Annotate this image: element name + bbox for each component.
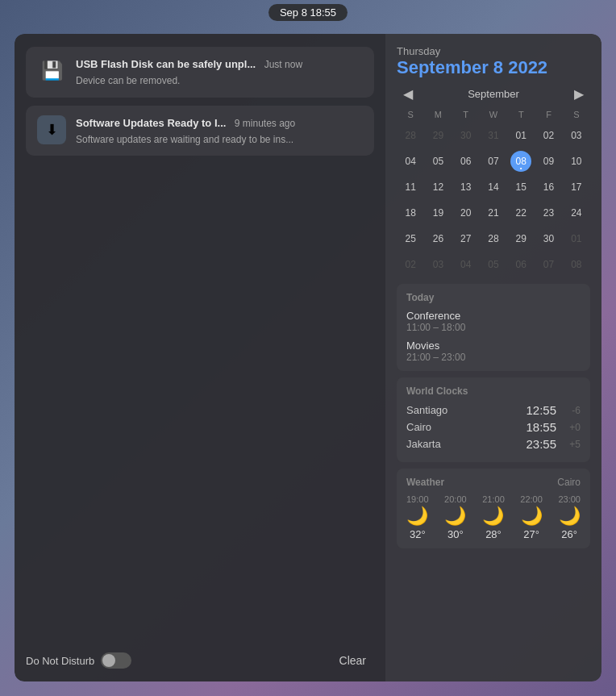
cal-day[interactable]: 14: [480, 174, 507, 200]
clear-button[interactable]: Clear: [331, 651, 374, 670]
cal-day[interactable]: 18: [397, 200, 424, 226]
cal-day[interactable]: 22: [507, 200, 535, 226]
weather-temp: 32°: [410, 528, 426, 540]
cal-prev-button[interactable]: ◀: [397, 85, 419, 103]
top-bar: Sep 8 18:55: [0, 0, 616, 24]
main-panel: 💾 USB Flash Disk can be safely unpl... J…: [15, 34, 601, 681]
weather-hour-2: 21:00 🌙 28°: [482, 494, 505, 540]
weather-icon: 🌙: [444, 506, 466, 527]
cal-day[interactable]: 05: [480, 252, 507, 277]
cal-month-label: September: [468, 88, 519, 100]
cal-day[interactable]: 06: [507, 252, 535, 277]
calendar-day-name: Thursday: [397, 45, 590, 57]
cal-day[interactable]: 30: [535, 226, 562, 252]
event-time: 21:00 – 23:00: [406, 352, 581, 363]
cal-day[interactable]: 24: [563, 200, 590, 226]
dnd-row: Do Not Disturb: [26, 652, 131, 669]
weather-header: Weather Cairo: [406, 477, 581, 488]
weather-hour-time: 20:00: [444, 494, 467, 504]
cal-day[interactable]: 07: [480, 148, 507, 174]
notif-updates-title-row: Software Updates Ready to I... 9 minutes…: [76, 115, 363, 131]
events-section: Today Conference11:00 – 18:00Movies21:00…: [397, 284, 590, 371]
cal-day[interactable]: 28: [480, 226, 507, 252]
event-name: Movies: [406, 340, 581, 352]
cal-day[interactable]: 05: [424, 148, 452, 174]
notif-usb-body: Device can be removed.: [76, 74, 363, 88]
clock-row-1: Cairo 18:55 +0: [406, 420, 581, 434]
usb-icon: 💾: [37, 56, 66, 85]
notif-usb-content: USB Flash Disk can be safely unpl... Jus…: [76, 56, 363, 88]
clock-city: Santiago: [406, 404, 447, 416]
clocks-title: World Clocks: [406, 386, 581, 397]
notif-updates-content: Software Updates Ready to I... 9 minutes…: [76, 115, 363, 147]
weekday-w: W: [480, 108, 507, 123]
cal-day[interactable]: 20: [452, 200, 480, 226]
cal-day[interactable]: 29: [424, 123, 452, 148]
calendar-week-3: 18192021222324: [397, 200, 590, 226]
cal-day[interactable]: 16: [535, 174, 562, 200]
cal-day[interactable]: 02: [397, 252, 424, 277]
weather-title: Weather: [406, 477, 444, 488]
weather-temp: 30°: [447, 528, 464, 540]
cal-day[interactable]: 15: [507, 174, 535, 200]
cal-day[interactable]: 23: [535, 200, 562, 226]
event-item-0: Conference11:00 – 18:00: [406, 310, 581, 333]
notif-usb-time: Just now: [264, 59, 302, 70]
cal-day[interactable]: 03: [424, 252, 452, 277]
cal-day[interactable]: 08: [563, 252, 590, 277]
cal-day[interactable]: 09: [535, 148, 562, 174]
cal-day[interactable]: 02: [535, 123, 562, 148]
cal-day[interactable]: 17: [563, 174, 590, 200]
weather-temp: 27°: [523, 528, 539, 540]
calendar-week-5: 02030405060708: [397, 252, 590, 277]
notif-updates-time: 9 minutes ago: [235, 118, 295, 129]
weekday-s2: S: [563, 108, 590, 123]
weather-hour-3: 22:00 🌙 27°: [520, 494, 543, 540]
clock-row-2: Jakarta 23:55 +5: [406, 437, 581, 451]
cal-day[interactable]: 07: [535, 252, 562, 277]
cal-day[interactable]: 19: [424, 200, 452, 226]
notifications-pane: 💾 USB Flash Disk can be safely unpl... J…: [15, 34, 385, 681]
cal-day[interactable]: 03: [563, 123, 590, 148]
clock-offset: -6: [561, 405, 581, 416]
cal-day[interactable]: 31: [480, 123, 507, 148]
cal-day[interactable]: 26: [424, 226, 452, 252]
cal-day[interactable]: 27: [452, 226, 480, 252]
top-bar-datetime: Sep 8 18:55: [268, 4, 348, 21]
calendar-week-1: 04050607080910: [397, 148, 590, 174]
event-name: Conference: [406, 310, 581, 322]
cal-day[interactable]: 29: [507, 226, 535, 252]
weather-icon: 🌙: [521, 506, 543, 527]
weekday-t2: T: [507, 108, 535, 123]
cal-next-button[interactable]: ▶: [568, 85, 590, 103]
clock-offset: +0: [561, 422, 581, 433]
world-clocks-section: World Clocks Santiago 12:55 -6 Cairo 18:…: [397, 377, 590, 462]
cal-day[interactable]: 04: [452, 252, 480, 277]
weather-section: Weather Cairo 19:00 🌙 32° 20:00 🌙 30° 21…: [397, 469, 590, 548]
clock-time: 23:55: [526, 437, 556, 451]
cal-day[interactable]: 10: [563, 148, 590, 174]
calendar-full-date: September 8 2022: [397, 57, 590, 78]
cal-day[interactable]: 11: [397, 174, 424, 200]
bottom-bar: Do Not Disturb Clear: [26, 643, 374, 670]
cal-day[interactable]: 12: [424, 174, 452, 200]
dnd-toggle[interactable]: [101, 652, 131, 669]
weekday-s1: S: [397, 108, 424, 123]
weather-hour-time: 22:00: [520, 494, 543, 504]
cal-day[interactable]: 01: [563, 226, 590, 252]
cal-day[interactable]: 30: [452, 123, 480, 148]
cal-day[interactable]: 06: [452, 148, 480, 174]
cal-day[interactable]: 13: [452, 174, 480, 200]
cal-day[interactable]: 28: [397, 123, 424, 148]
cal-day[interactable]: 01: [507, 123, 535, 148]
clock-city: Cairo: [406, 421, 431, 433]
calendar-nav: ◀ September ▶: [397, 85, 590, 103]
weather-temp: 28°: [485, 528, 502, 540]
cal-day[interactable]: 08: [507, 148, 535, 174]
cal-day[interactable]: 21: [480, 200, 507, 226]
cal-day[interactable]: 25: [397, 226, 424, 252]
clock-offset: +5: [561, 439, 581, 450]
weather-location: Cairo: [557, 477, 581, 488]
cal-day[interactable]: 04: [397, 148, 424, 174]
weather-icon: 🌙: [406, 506, 428, 527]
